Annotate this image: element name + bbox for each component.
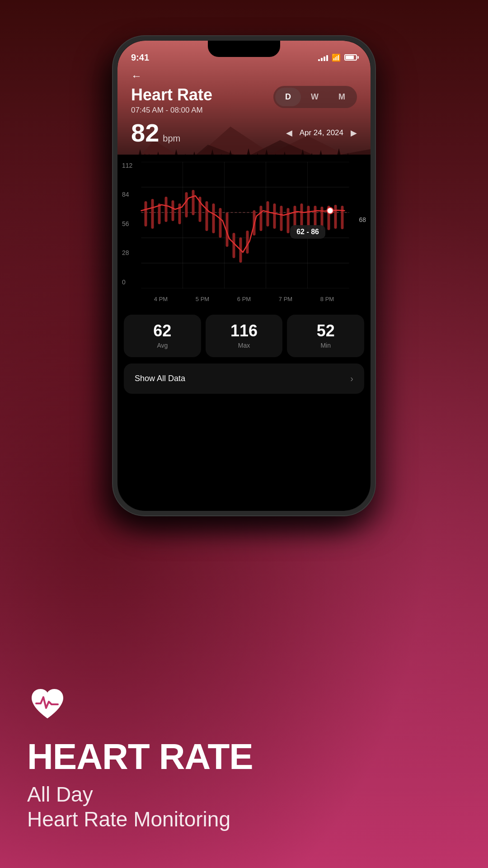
x-label-7pm: 7 PM xyxy=(279,296,292,302)
stat-min-value: 52 xyxy=(291,323,360,339)
y-label-84: 84 xyxy=(122,191,132,198)
status-time: 9:41 xyxy=(131,52,149,63)
subtitle-line1: All Day xyxy=(27,783,93,806)
header-content: Heart Rate 07:45 AM - 08:00 AM D W M xyxy=(117,86,371,115)
back-button[interactable]: ← xyxy=(117,66,371,86)
stat-min-label: Min xyxy=(291,342,360,349)
phone-mockup: 9:41 📶 ← xyxy=(113,36,375,515)
page-title: Heart Rate xyxy=(131,86,212,104)
phone-notch xyxy=(208,41,280,57)
date-label: Apr 24, 2024 xyxy=(300,128,343,137)
chart-container: 112 84 56 28 0 68 xyxy=(117,155,371,308)
period-toggle: D W M xyxy=(273,86,357,108)
svg-point-67 xyxy=(327,208,333,214)
bpm-display: 82 bpm xyxy=(131,120,180,146)
bpm-value: 82 xyxy=(131,120,159,146)
chevron-right-icon: › xyxy=(350,373,353,384)
chart-x-labels: 4 PM 5 PM 6 PM 7 PM 8 PM xyxy=(122,293,366,302)
period-week-button[interactable]: W xyxy=(301,88,328,106)
x-label-5pm: 5 PM xyxy=(196,296,209,302)
subtitle-line2: Heart Rate Monitoring xyxy=(27,807,230,831)
phone-frame: 9:41 📶 ← xyxy=(113,36,375,515)
show-all-data-button[interactable]: Show All Data › xyxy=(124,363,364,394)
show-all-label: Show All Data xyxy=(135,374,185,383)
y-label-112: 112 xyxy=(122,162,132,169)
x-label-8pm: 8 PM xyxy=(320,296,334,302)
stats-row: 62 Avg 116 Max 52 Min xyxy=(117,308,371,363)
bpm-row: 82 bpm ◀ Apr 24, 2024 ▶ xyxy=(117,115,371,151)
stat-avg-card: 62 Avg xyxy=(124,315,201,357)
signal-icon xyxy=(318,54,328,61)
period-month-button[interactable]: M xyxy=(328,88,355,106)
battery-icon xyxy=(344,54,357,61)
app-subtitle: All Day Heart Rate Monitoring xyxy=(27,782,461,832)
prev-date-button[interactable]: ◀ xyxy=(286,128,292,138)
wifi-icon: 📶 xyxy=(332,53,341,62)
status-icons: 📶 xyxy=(318,53,357,62)
app-title-large: HEART RATE xyxy=(27,739,461,775)
phone-screen: 9:41 📶 ← xyxy=(117,41,371,511)
period-day-button[interactable]: D xyxy=(275,88,301,106)
stat-max-value: 116 xyxy=(210,323,278,339)
y-label-0: 0 xyxy=(122,278,132,286)
chart-y-labels: 112 84 56 28 0 xyxy=(122,162,132,286)
stat-max-label: Max xyxy=(210,342,278,349)
date-nav: ◀ Apr 24, 2024 ▶ xyxy=(286,128,357,138)
chart-svg-container: 62 - 86 xyxy=(140,162,350,293)
y-label-28: 28 xyxy=(122,249,132,256)
chart-tooltip: 62 - 86 xyxy=(290,225,325,239)
x-label-4pm: 4 PM xyxy=(154,296,168,302)
app-icon-row xyxy=(27,684,461,725)
bpm-unit: bpm xyxy=(163,133,180,144)
y-label-56: 56 xyxy=(122,220,132,227)
time-range: 07:45 AM - 08:00 AM xyxy=(131,106,212,115)
x-label-6pm: 6 PM xyxy=(237,296,251,302)
stat-avg-label: Avg xyxy=(128,342,197,349)
marketing-section: HEART RATE All Day Heart Rate Monitoring xyxy=(0,666,488,868)
stat-avg-value: 62 xyxy=(128,323,197,339)
chart-y-labels-right: 68 xyxy=(359,162,366,286)
stat-min-card: 52 Min xyxy=(287,315,364,357)
heart-rate-icon xyxy=(27,684,68,725)
stat-max-card: 116 Max xyxy=(206,315,283,357)
title-section: Heart Rate 07:45 AM - 08:00 AM xyxy=(131,86,212,115)
y-label-right-68: 68 xyxy=(359,216,366,223)
next-date-button[interactable]: ▶ xyxy=(351,128,357,138)
